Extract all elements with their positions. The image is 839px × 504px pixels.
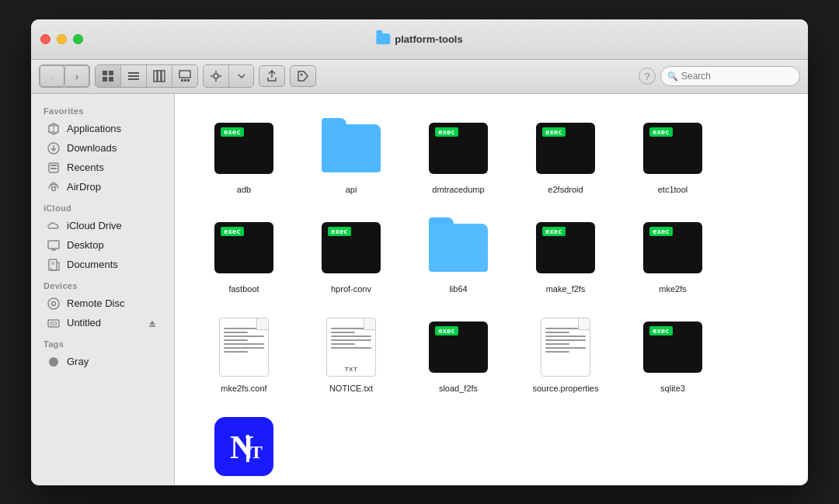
file-item-e2fsdroid[interactable]: exec e2fsdroid (515, 109, 616, 203)
nyt-logo-svg: N T (225, 427, 263, 466)
dmtracedump-filename: dmtracedump (432, 184, 484, 195)
svg-rect-1 (109, 71, 113, 75)
make-f2fs-icon-wrap: exec (534, 217, 597, 279)
file-item-dmtracedump[interactable]: exec dmtracedump (408, 109, 509, 203)
etc1tool-icon-wrap: exec (642, 117, 704, 179)
grid-icon (102, 70, 114, 82)
svg-rect-22 (50, 165, 57, 166)
sidebar-item-desktop[interactable]: Desktop (34, 236, 171, 255)
file-item-nyt[interactable]: N T (193, 408, 294, 485)
file-item-notice-txt[interactable]: TXT NOTICE.txt (301, 308, 402, 401)
tag-button[interactable] (290, 65, 316, 87)
file-item-lib64[interactable]: lib64 (408, 209, 509, 302)
close-button[interactable] (40, 34, 50, 44)
svg-rect-5 (128, 75, 139, 77)
action-button[interactable] (204, 65, 228, 87)
documents-label: Documents (67, 259, 118, 270)
search-icon: 🔍 (667, 71, 678, 82)
file-item-source-properties[interactable]: source.properties (515, 308, 616, 401)
recents-icon (47, 161, 61, 175)
file-item-make-f2fs[interactable]: exec make_f2fs (515, 209, 616, 302)
adb-icon-wrap: exec (213, 117, 275, 179)
untitled-label: Untitled (67, 317, 101, 328)
mke2fs-conf-icon-wrap (213, 316, 275, 378)
file-item-sload-f2fs[interactable]: exec sload_f2fs (408, 308, 509, 401)
svg-rect-4 (128, 72, 139, 74)
sidebar-item-documents[interactable]: Documents (34, 255, 171, 274)
sidebar-item-airdrop[interactable]: AirDrop (34, 178, 171, 196)
source-properties-file-icon (541, 318, 590, 377)
search-input[interactable] (681, 71, 793, 82)
sidebar: Favorites Applications (31, 94, 175, 485)
action-dropdown-button[interactable] (228, 65, 253, 87)
window-title: platform-tools (376, 33, 462, 45)
sidebar-item-gray[interactable]: Gray (34, 353, 171, 371)
maximize-button[interactable] (73, 34, 83, 44)
svg-rect-7 (154, 71, 157, 82)
sidebar-item-downloads[interactable]: Downloads (34, 139, 171, 158)
file-item-hprof-conv[interactable]: exec hprof-conv (301, 209, 402, 302)
svg-rect-13 (187, 79, 190, 82)
file-item-sqlite3[interactable]: exec sqlite3 (622, 308, 723, 401)
applications-label: Applications (67, 123, 121, 134)
file-item-mke2fs[interactable]: exec mke2fs (622, 209, 723, 302)
svg-rect-0 (103, 71, 107, 75)
eject-button[interactable] (146, 317, 158, 329)
finder-window: platform-tools ‹ › (31, 19, 808, 485)
lib64-filename: lib64 (449, 283, 467, 294)
sidebar-item-applications[interactable]: Applications (34, 120, 171, 138)
sload-f2fs-icon-wrap: exec (427, 316, 489, 378)
view-columns-button[interactable] (146, 65, 172, 87)
gear-icon (210, 70, 222, 82)
svg-rect-12 (184, 79, 186, 82)
fastboot-icon-wrap: exec (213, 217, 275, 279)
back-button[interactable]: ‹ (40, 65, 64, 87)
list-icon (127, 70, 140, 82)
untitled-drive-icon (47, 316, 61, 330)
search-box[interactable]: 🔍 (660, 66, 800, 86)
svg-point-30 (52, 301, 56, 305)
title-folder-icon (376, 33, 390, 44)
mke2fs-filename: mke2fs (659, 283, 686, 294)
traffic-lights (40, 34, 83, 44)
sidebar-item-icloud-drive[interactable]: iCloud Drive (34, 217, 171, 235)
forward-button[interactable]: › (64, 65, 89, 87)
sqlite3-exec-icon: exec (643, 322, 702, 373)
svg-rect-10 (179, 71, 190, 78)
sidebar-item-remote-disc[interactable]: Remote Disc (34, 294, 171, 313)
mke2fs-exec-icon: exec (643, 222, 702, 273)
api-filename: api (346, 184, 357, 195)
gray-label: Gray (67, 356, 89, 367)
columns-icon (153, 70, 165, 82)
svg-rect-31 (48, 320, 59, 327)
file-item-mke2fs-conf[interactable]: mke2fs.conf (193, 308, 294, 401)
mke2fs-conf-filename: mke2fs.conf (221, 383, 266, 394)
file-item-adb[interactable]: exec adb (193, 109, 294, 203)
sload-f2fs-exec-icon: exec (429, 322, 488, 373)
documents-icon (47, 258, 61, 272)
view-list-button[interactable] (120, 65, 146, 87)
lib64-icon-wrap (427, 217, 489, 279)
view-icon-button[interactable] (96, 65, 120, 87)
file-item-fastboot[interactable]: exec fastboot (193, 209, 294, 302)
downloads-icon (47, 141, 61, 155)
view-cover-button[interactable] (172, 65, 197, 87)
file-item-etc1tool[interactable]: exec etc1tool (622, 109, 723, 203)
help-button[interactable]: ? (639, 68, 656, 85)
icloud-label: iCloud (31, 197, 174, 216)
mke2fs-conf-file-icon (219, 318, 269, 377)
svg-rect-9 (162, 71, 165, 82)
sidebar-item-recents[interactable]: Recents (34, 158, 171, 177)
hprof-conv-filename: hprof-conv (331, 283, 371, 294)
hprof-conv-exec-icon: exec (322, 222, 381, 273)
adb-filename: adb (237, 184, 251, 195)
share-button[interactable] (259, 65, 285, 87)
icloud-drive-label: iCloud Drive (67, 220, 122, 231)
notice-txt-filename: NOTICE.txt (329, 383, 373, 394)
minimize-button[interactable] (57, 34, 67, 44)
etc1tool-exec-icon: exec (643, 123, 702, 174)
nav-buttons: ‹ › (39, 64, 90, 88)
file-item-api[interactable]: api (301, 109, 402, 203)
chevron-down-icon (238, 73, 245, 79)
sidebar-item-untitled[interactable]: Untitled (34, 314, 171, 332)
